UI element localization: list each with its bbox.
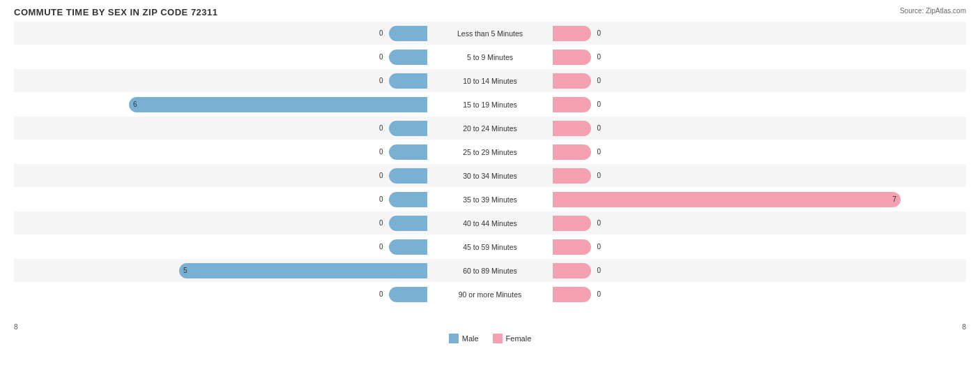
male-value: 0 bbox=[379, 53, 383, 61]
chart-row: 0 25 to 29 Minutes 0 bbox=[14, 140, 966, 163]
legend-female-label: Female bbox=[506, 334, 532, 343]
bar-female: 0 bbox=[553, 239, 591, 255]
source-text: Source: ZipAtlas.com bbox=[900, 7, 966, 15]
bar-female: 0 bbox=[553, 144, 591, 160]
bar-female: 0 bbox=[553, 168, 591, 184]
male-value: 0 bbox=[379, 195, 383, 203]
male-value: 0 bbox=[379, 172, 383, 179]
male-value: 0 bbox=[379, 29, 383, 37]
female-value: 0 bbox=[597, 290, 601, 298]
chart-row: 5 60 to 89 Minutes 0 bbox=[14, 259, 966, 282]
bar-female: 0 bbox=[553, 121, 591, 136]
female-value: 0 bbox=[597, 148, 601, 156]
male-side: 0 bbox=[14, 117, 427, 140]
bar-female: 0 bbox=[553, 73, 591, 89]
row-label: 60 to 89 Minutes bbox=[427, 267, 553, 275]
male-value: 5 bbox=[183, 267, 187, 274]
female-side: 0 bbox=[553, 164, 966, 187]
female-value: 0 bbox=[597, 243, 601, 251]
bar-male: 0 bbox=[389, 192, 427, 207]
chart-title: COMMUTE TIME BY SEX IN ZIP CODE 72311 bbox=[14, 7, 966, 17]
male-value: 6 bbox=[133, 100, 137, 108]
bar-male: 6 bbox=[129, 97, 427, 112]
bar-male: 0 bbox=[389, 216, 427, 231]
row-label: 5 to 9 Minutes bbox=[427, 53, 553, 61]
female-side: 0 bbox=[553, 235, 966, 258]
female-side: 0 bbox=[553, 45, 966, 68]
row-label: Less than 5 Minutes bbox=[427, 29, 553, 38]
female-side: 0 bbox=[553, 93, 966, 116]
bar-male: 0 bbox=[389, 239, 427, 255]
male-side: 0 bbox=[14, 140, 427, 163]
bar-female: 0 bbox=[553, 50, 591, 65]
chart-row: 0 40 to 44 Minutes 0 bbox=[14, 211, 966, 234]
male-side: 0 bbox=[14, 164, 427, 187]
bar-male: 0 bbox=[389, 121, 427, 136]
male-value: 0 bbox=[379, 124, 383, 132]
female-value: 0 bbox=[597, 124, 601, 132]
male-side: 0 bbox=[14, 188, 427, 211]
chart-row: 0 45 to 59 Minutes 0 bbox=[14, 235, 966, 258]
female-side: 0 bbox=[553, 283, 966, 306]
chart-area: 0 Less than 5 Minutes 0 0 5 to 9 Minutes… bbox=[14, 22, 966, 322]
bar-female: 0 bbox=[553, 216, 591, 231]
female-value: 0 bbox=[597, 53, 601, 61]
legend-male: Male bbox=[449, 334, 479, 343]
female-value: 0 bbox=[597, 77, 601, 84]
male-side: 0 bbox=[14, 211, 427, 234]
chart-row: 0 Less than 5 Minutes 0 bbox=[14, 22, 966, 45]
chart-row: 0 20 to 24 Minutes 0 bbox=[14, 117, 966, 140]
row-label: 25 to 29 Minutes bbox=[427, 148, 553, 156]
axis-values: 8 8 bbox=[14, 323, 966, 331]
bar-male: 0 bbox=[389, 26, 427, 41]
female-value: 0 bbox=[597, 172, 601, 179]
bar-female: 7 bbox=[553, 192, 901, 207]
male-side: 6 bbox=[14, 93, 427, 116]
chart-row: 0 30 to 34 Minutes 0 bbox=[14, 164, 966, 187]
bar-male: 0 bbox=[389, 73, 427, 89]
male-value: 0 bbox=[379, 243, 383, 251]
male-value: 0 bbox=[379, 77, 383, 84]
female-side: 0 bbox=[553, 69, 966, 92]
male-side: 0 bbox=[14, 235, 427, 258]
male-side: 0 bbox=[14, 45, 427, 68]
chart-container: COMMUTE TIME BY SEX IN ZIP CODE 72311 So… bbox=[0, 0, 980, 365]
chart-row: 0 10 to 14 Minutes 0 bbox=[14, 69, 966, 92]
male-side: 5 bbox=[14, 259, 427, 282]
male-value: 0 bbox=[379, 290, 383, 298]
bar-female: 0 bbox=[553, 287, 591, 302]
female-value: 0 bbox=[597, 267, 601, 274]
female-side: 0 bbox=[553, 140, 966, 163]
bar-female: 0 bbox=[553, 263, 591, 278]
axis-right: 8 bbox=[962, 323, 966, 331]
male-side: 0 bbox=[14, 22, 427, 45]
male-side: 0 bbox=[14, 283, 427, 306]
male-side: 0 bbox=[14, 69, 427, 92]
male-value: 0 bbox=[379, 219, 383, 227]
row-label: 15 to 19 Minutes bbox=[427, 100, 553, 109]
legend-male-box bbox=[449, 334, 459, 343]
legend-female-box bbox=[493, 334, 503, 343]
row-label: 40 to 44 Minutes bbox=[427, 219, 553, 228]
female-side: 0 bbox=[553, 22, 966, 45]
female-value: 0 bbox=[597, 219, 601, 227]
female-side: 0 bbox=[553, 211, 966, 234]
bar-female: 0 bbox=[553, 26, 591, 41]
bar-male: 0 bbox=[389, 50, 427, 65]
bar-male: 0 bbox=[389, 144, 427, 160]
chart-row: 6 15 to 19 Minutes 0 bbox=[14, 93, 966, 116]
row-label: 30 to 34 Minutes bbox=[427, 172, 553, 180]
row-label: 20 to 24 Minutes bbox=[427, 124, 553, 133]
row-label: 45 to 59 Minutes bbox=[427, 243, 553, 251]
female-value: 7 bbox=[892, 195, 896, 203]
bar-male: 0 bbox=[389, 168, 427, 184]
chart-row: 0 35 to 39 Minutes 7 bbox=[14, 188, 966, 211]
male-value: 0 bbox=[379, 148, 383, 156]
legend: Male Female bbox=[14, 334, 966, 343]
legend-female: Female bbox=[493, 334, 532, 343]
axis-left: 8 bbox=[14, 323, 18, 331]
chart-row: 0 90 or more Minutes 0 bbox=[14, 283, 966, 306]
bar-female: 0 bbox=[553, 97, 591, 112]
female-value: 0 bbox=[597, 29, 601, 37]
row-label: 90 or more Minutes bbox=[427, 290, 553, 299]
